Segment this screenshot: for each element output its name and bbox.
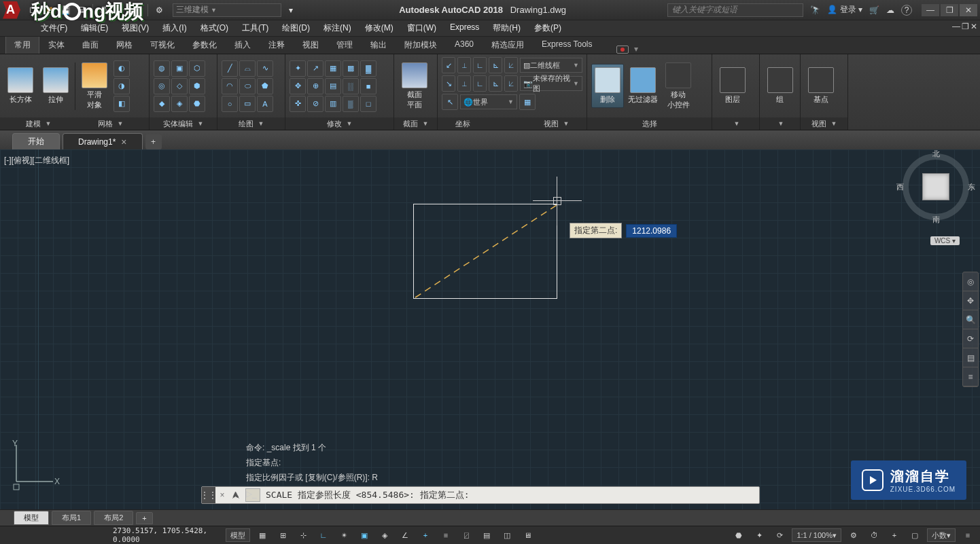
pan-icon[interactable]: ✥	[963, 291, 978, 310]
menu-插入(I)[interactable]: 插入(I)	[156, 21, 193, 35]
se6[interactable]: ◈	[171, 96, 188, 112]
units-select[interactable]: 小数 ▾	[927, 528, 956, 542]
menu-工具(T)[interactable]: 工具(T)	[235, 21, 275, 35]
co4[interactable]: ⊾	[489, 57, 502, 73]
tab-start[interactable]: 开始	[12, 133, 60, 149]
lwt-icon[interactable]: ≡	[438, 528, 454, 542]
nav-more-icon[interactable]: ≡	[963, 367, 978, 386]
section-tool[interactable]: 截面 平面	[398, 62, 431, 110]
mo14[interactable]: ■	[360, 78, 377, 94]
co5[interactable]: ⟀	[504, 57, 518, 73]
coordinates-readout[interactable]: 2730.5157, 1705.5428, 0.0000	[4, 526, 222, 544]
cmd-close-icon[interactable]: ×	[215, 490, 229, 500]
co8[interactable]: ∟	[473, 75, 487, 92]
ortho-icon[interactable]: ∟	[315, 528, 332, 542]
a360-icon[interactable]: ☁	[886, 5, 894, 15]
dyn-icon[interactable]: +	[417, 528, 434, 542]
clean-icon[interactable]: ▢	[907, 528, 923, 542]
se5[interactable]: ◇	[171, 78, 188, 94]
menu-帮助(H)[interactable]: 帮助(H)	[486, 21, 527, 35]
close-button[interactable]: ✕	[960, 4, 977, 16]
viewport-label[interactable]: [-][俯视][二维线框]	[4, 155, 69, 166]
saved-view-select[interactable]: 📷 未保存的视图▼	[520, 76, 582, 91]
ws-icon[interactable]: ⚙	[845, 528, 862, 542]
ribbon-tab-0[interactable]: 常用	[5, 36, 39, 54]
co10[interactable]: ⟀	[504, 75, 518, 92]
command-input[interactable]: SCALE 指定参照长度 <854.5486>: 指定第二点:	[263, 489, 759, 501]
mo12[interactable]: ▒	[343, 96, 359, 112]
menu-Express[interactable]: Express	[443, 21, 486, 35]
ann-vis-icon[interactable]: ✦	[751, 528, 767, 542]
ribbon-tab-4[interactable]: 可视化	[141, 36, 183, 54]
se9[interactable]: ⬣	[189, 96, 205, 112]
anno-scale[interactable]: 1:1 / 100% ▾	[792, 528, 841, 542]
dr2[interactable]: ◠	[222, 78, 238, 94]
3dosnap-icon[interactable]: ◈	[377, 528, 393, 542]
menu-标注(N)[interactable]: 标注(N)	[317, 21, 358, 35]
drawing-canvas[interactable]: [-][俯视][二维线框] 指定第二点: 1212.0986 YX 北 南 东 …	[0, 149, 980, 509]
se2[interactable]: ◎	[154, 78, 170, 94]
cmd-drag-handle[interactable]: ⋮⋮	[202, 487, 215, 503]
mo2[interactable]: ✥	[290, 78, 306, 94]
showmotion-icon[interactable]: ▤	[963, 348, 978, 367]
menu-绘图(D)[interactable]: 绘图(D)	[275, 21, 317, 35]
ribbon-tab-1[interactable]: 实体	[39, 36, 73, 54]
menu-参数(P)[interactable]: 参数(P)	[527, 21, 568, 35]
mo9[interactable]: ▥	[325, 96, 341, 112]
gear-icon[interactable]: ⚙	[152, 3, 166, 17]
ribbon-expand-icon[interactable]: ▾	[634, 44, 638, 54]
co7[interactable]: ⟂	[457, 75, 471, 92]
nofilter-tool[interactable]: 无过滤器	[627, 67, 659, 105]
qp-icon[interactable]: ▤	[478, 528, 495, 542]
layer-tool[interactable]: 图层	[716, 67, 749, 105]
ribbon-tab-11[interactable]: 附加模块	[396, 36, 446, 54]
mo10[interactable]: ▩	[343, 60, 359, 77]
layout-1[interactable]: 布局1	[52, 511, 91, 525]
co3[interactable]: ∟	[473, 57, 487, 73]
workspace-select[interactable]: 三维建模▼	[173, 3, 281, 17]
close-tab-icon[interactable]: ×	[121, 137, 126, 147]
custom-icon[interactable]: ≡	[960, 528, 976, 542]
sc-icon[interactable]: ◫	[499, 528, 515, 542]
lock-icon[interactable]: +	[886, 528, 903, 542]
grid-toggle-icon[interactable]: ▦	[254, 528, 270, 542]
menu-修改(M)[interactable]: 修改(M)	[358, 21, 400, 35]
se7[interactable]: ⬡	[189, 60, 205, 77]
visual-style-select[interactable]: ▨ 二维线框▼	[520, 58, 582, 73]
restore-button[interactable]: ❐	[941, 4, 958, 16]
nav-wheel-icon[interactable]: ◎	[963, 272, 978, 291]
ribbon-tab-13[interactable]: 精选应用	[483, 36, 533, 54]
ribbon-tab-7[interactable]: 注释	[260, 36, 294, 54]
mesh-icon-3[interactable]: ◧	[113, 96, 130, 112]
dr7[interactable]: ∿	[257, 60, 273, 77]
dr3[interactable]: ○	[222, 96, 238, 112]
layout-2[interactable]: 布局2	[94, 511, 133, 525]
dr9[interactable]: A	[257, 96, 273, 112]
ribbon-tab-3[interactable]: 网格	[107, 36, 141, 54]
co9[interactable]: ⊾	[489, 75, 502, 92]
view-cube[interactable]: 北 南 东 西	[912, 163, 960, 211]
se8[interactable]: ⬢	[189, 78, 205, 94]
mo6[interactable]: ⊘	[307, 96, 323, 112]
help-icon[interactable]: ?	[901, 5, 912, 16]
dr1[interactable]: ╱	[222, 60, 238, 77]
dr6[interactable]: ▭	[239, 96, 256, 112]
group-tool[interactable]: 组	[764, 67, 796, 105]
dr4[interactable]: ⌓	[239, 60, 256, 77]
doc-restore-icon[interactable]: ❐	[962, 22, 969, 31]
mo4[interactable]: ↗	[307, 60, 323, 77]
ribbon-tab-6[interactable]: 插入	[226, 36, 260, 54]
layout-model[interactable]: 模型	[14, 511, 49, 525]
doc-minimize-icon[interactable]: —	[952, 22, 960, 31]
co-extra[interactable]: ▦	[519, 94, 536, 110]
mo11[interactable]: ░	[343, 78, 359, 94]
ribbon-tab-10[interactable]: 输出	[362, 36, 396, 54]
co2[interactable]: ⟂	[457, 57, 471, 73]
mo8[interactable]: ▤	[325, 78, 341, 94]
app-logo[interactable]	[3, 1, 20, 19]
add-tab-button[interactable]: +	[145, 134, 162, 149]
se1[interactable]: ◍	[154, 60, 170, 77]
binoculars-icon[interactable]: 🔭	[810, 5, 820, 15]
iso-icon[interactable]: ⬣	[731, 528, 747, 542]
se4[interactable]: ▣	[171, 60, 188, 77]
